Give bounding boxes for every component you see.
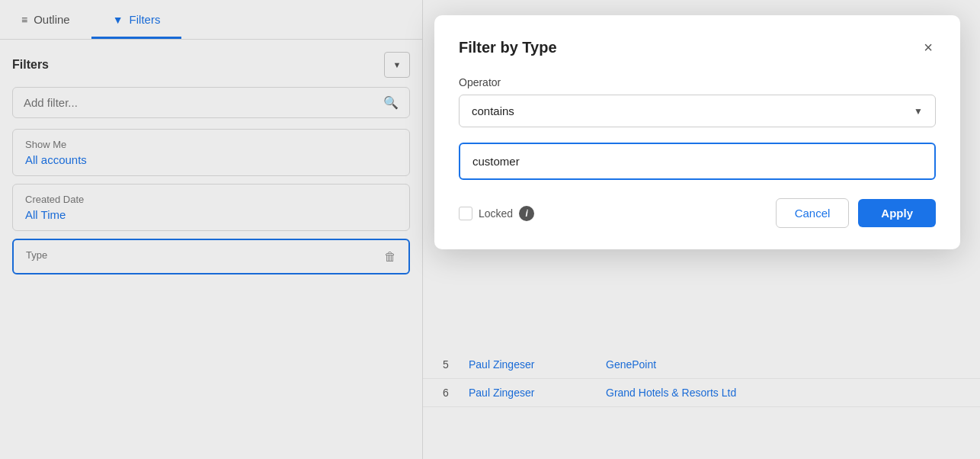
filter-value-input[interactable] — [459, 143, 936, 180]
filter-by-type-modal: Filter by Type × Operator contains ▼ Loc… — [434, 15, 960, 249]
modal-close-button[interactable]: × — [921, 37, 936, 58]
operator-label: Operator — [459, 76, 936, 88]
modal-header: Filter by Type × — [459, 37, 936, 58]
cancel-button[interactable]: Cancel — [776, 198, 850, 228]
info-icon[interactable]: i — [519, 206, 534, 221]
locked-section: Locked i — [459, 206, 767, 221]
locked-checkbox[interactable] — [459, 207, 472, 220]
operator-select[interactable]: contains ▼ — [459, 95, 936, 127]
chevron-down-icon: ▼ — [914, 106, 923, 117]
modal-footer: Locked i Cancel Apply — [459, 198, 936, 228]
modal-title: Filter by Type — [459, 39, 557, 56]
locked-label: Locked — [479, 207, 513, 220]
operator-select-value: contains — [472, 104, 514, 117]
apply-button[interactable]: Apply — [858, 199, 936, 227]
